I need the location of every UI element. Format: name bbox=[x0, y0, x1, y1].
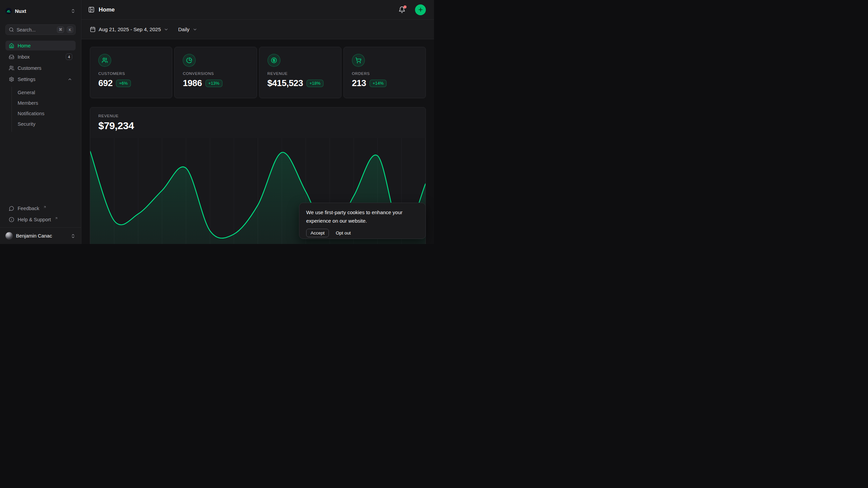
calendar-icon bbox=[90, 26, 96, 32]
granularity-value: Daily bbox=[178, 26, 189, 32]
stat-card-orders[interactable]: ORDERS 213 +14% bbox=[343, 47, 426, 98]
info-circle-icon bbox=[9, 217, 14, 222]
nuxt-logo-icon bbox=[5, 8, 12, 14]
sidebar-item-inbox[interactable]: Inbox 4 bbox=[5, 52, 76, 62]
granularity-select[interactable]: Daily bbox=[178, 26, 197, 32]
optout-cookies-button[interactable]: Opt out bbox=[334, 229, 353, 237]
stat-card-conversions[interactable]: CONVERSIONS 1986 +13% bbox=[174, 47, 257, 98]
stat-label: REVENUE bbox=[268, 72, 333, 76]
plus-icon bbox=[418, 7, 423, 13]
external-link-icon bbox=[43, 205, 46, 209]
chart-label: REVENUE bbox=[98, 114, 417, 118]
sidebar-item-label: Customers bbox=[18, 65, 41, 71]
kbd-k: K bbox=[67, 26, 73, 33]
pie-chart-icon bbox=[183, 54, 196, 67]
stat-label: ORDERS bbox=[352, 72, 417, 76]
stat-label: CONVERSIONS bbox=[183, 72, 248, 76]
sidebar-item-label: Home bbox=[18, 43, 31, 48]
stat-label: CUSTOMERS bbox=[98, 72, 164, 76]
sidebar-item-notifications[interactable]: Notifications bbox=[12, 109, 76, 118]
sidebar-item-customers[interactable]: Customers bbox=[5, 63, 76, 73]
cookie-banner: We use first-party cookies to enhance yo… bbox=[299, 203, 426, 239]
users-icon bbox=[9, 65, 14, 71]
chevron-down-icon bbox=[193, 27, 197, 32]
add-button[interactable] bbox=[415, 4, 426, 15]
stat-value: 692 bbox=[98, 78, 113, 88]
external-link-icon bbox=[55, 217, 58, 220]
sidebar-item-settings[interactable]: Settings bbox=[5, 74, 76, 84]
team-selector[interactable]: Nuxt bbox=[5, 5, 76, 17]
stat-delta-badge: +13% bbox=[205, 80, 222, 87]
stat-value: $415,523 bbox=[268, 78, 303, 88]
stat-card-revenue[interactable]: REVENUE $415,523 +18% bbox=[259, 47, 341, 98]
sidebar-item-general[interactable]: General bbox=[12, 88, 76, 97]
page-title: Home bbox=[99, 6, 393, 13]
sidebar-item-security[interactable]: Security bbox=[12, 119, 76, 129]
chevron-up-icon bbox=[67, 77, 72, 82]
chevrons-up-down-icon bbox=[71, 8, 76, 14]
search-placeholder: Search... bbox=[17, 27, 54, 33]
circle-dollar-icon bbox=[268, 54, 280, 67]
inbox-count-badge: 4 bbox=[66, 54, 72, 60]
date-range-picker[interactable]: Aug 21, 2025 - Sep 4, 2025 bbox=[90, 26, 169, 32]
user-menu[interactable]: Benjamin Canac bbox=[0, 227, 81, 244]
accept-cookies-button[interactable]: Accept bbox=[306, 229, 329, 237]
notification-dot bbox=[403, 5, 407, 8]
search-input[interactable]: Search... ⌘ K bbox=[5, 24, 76, 35]
kbd-cmd: ⌘ bbox=[57, 26, 64, 33]
notifications-button[interactable] bbox=[397, 5, 407, 15]
settings-submenu: General Members Notifications Security bbox=[12, 87, 76, 132]
panel-left-close-icon bbox=[88, 6, 95, 13]
sidebar-collapse-button[interactable] bbox=[88, 6, 95, 13]
chart-total: $79,234 bbox=[98, 120, 417, 131]
sidebar-item-home[interactable]: Home bbox=[5, 41, 76, 50]
date-range-value: Aug 21, 2025 - Sep 4, 2025 bbox=[99, 26, 161, 32]
feedback-link[interactable]: Feedback bbox=[5, 203, 76, 213]
stat-delta-badge: +14% bbox=[370, 80, 387, 87]
chevrons-up-down-icon bbox=[71, 233, 76, 239]
team-name: Nuxt bbox=[15, 8, 67, 14]
home-icon bbox=[9, 43, 14, 48]
stat-card-customers[interactable]: CUSTOMERS 692 +6% bbox=[90, 47, 172, 98]
sidebar: Nuxt Search... ⌘ K Home bbox=[0, 0, 81, 244]
user-name: Benjamin Canac bbox=[16, 233, 67, 239]
chevron-down-icon bbox=[164, 27, 169, 32]
stat-delta-badge: +18% bbox=[307, 80, 323, 87]
stat-value: 213 bbox=[352, 78, 366, 88]
feedback-label: Feedback bbox=[18, 206, 39, 211]
sidebar-footer-links: Feedback Help & Support bbox=[5, 203, 76, 224]
top-bar: Home bbox=[81, 0, 434, 20]
shopping-cart-icon bbox=[352, 54, 365, 67]
user-avatar bbox=[5, 232, 13, 240]
gear-icon bbox=[9, 77, 14, 82]
help-support-label: Help & Support bbox=[18, 217, 51, 222]
stats-grid: CUSTOMERS 692 +6% CONVERSIONS 1986 +13% bbox=[90, 47, 426, 98]
cookie-message: We use first-party cookies to enhance yo… bbox=[306, 208, 419, 225]
chat-bubble-icon bbox=[9, 206, 14, 211]
filter-toolbar: Aug 21, 2025 - Sep 4, 2025 Daily bbox=[81, 20, 434, 39]
stat-delta-badge: +6% bbox=[116, 80, 131, 87]
search-icon bbox=[9, 27, 14, 32]
inbox-icon bbox=[9, 54, 14, 60]
help-support-link[interactable]: Help & Support bbox=[5, 215, 76, 224]
sidebar-item-members[interactable]: Members bbox=[12, 98, 76, 108]
sidebar-item-label: Settings bbox=[18, 77, 35, 82]
stat-value: 1986 bbox=[183, 78, 202, 88]
sidebar-item-label: Inbox bbox=[18, 54, 29, 60]
users-icon bbox=[98, 54, 111, 67]
sidebar-nav: Home Inbox 4 Customers Setting bbox=[5, 41, 76, 132]
dashboard-app: Nuxt Search... ⌘ K Home bbox=[0, 0, 434, 244]
